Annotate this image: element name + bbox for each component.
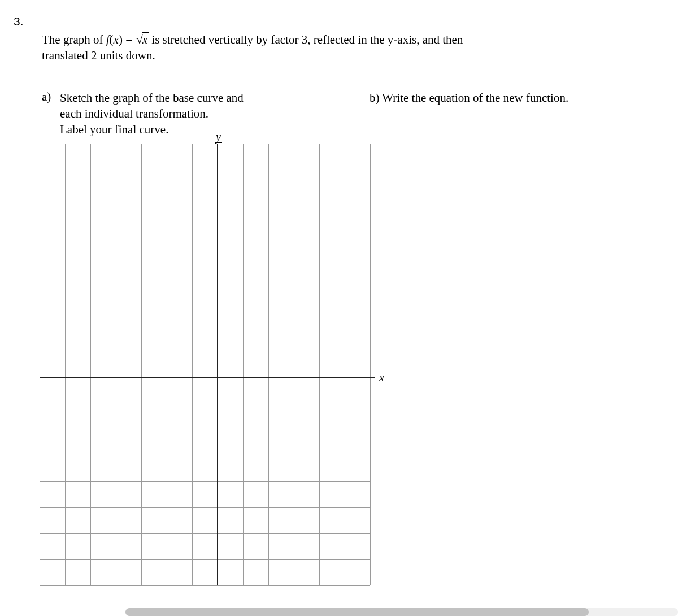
- grid-vline: [167, 144, 167, 585]
- stem-pre: The graph of: [42, 33, 106, 46]
- chart-area: y x: [40, 144, 370, 585]
- grid-vline: [345, 144, 345, 585]
- grid-hline: [40, 248, 370, 248]
- coordinate-grid: y x: [40, 144, 370, 585]
- y-axis-label: y: [215, 131, 222, 143]
- grid-hline: [40, 481, 370, 482]
- grid-hline: [40, 170, 370, 170]
- grid-hline: [40, 300, 370, 300]
- grid-hline: [40, 352, 370, 352]
- x-axis-label: x: [379, 372, 384, 383]
- grid-hline: [40, 404, 370, 404]
- grid-hline: [40, 222, 370, 222]
- stem-pc: ): [119, 33, 123, 46]
- radicand: x: [142, 32, 149, 46]
- stem-eq: =: [125, 33, 135, 46]
- grid-vline: [370, 144, 371, 585]
- grid-vline: [116, 144, 116, 585]
- y-axis: [217, 144, 218, 585]
- question-number: 3.: [14, 15, 24, 28]
- grid-hline: [40, 533, 370, 534]
- grid-hline: [40, 456, 370, 456]
- grid-hline: [40, 144, 370, 144]
- part-a: a) Sketch the graph of the base curve an…: [42, 90, 358, 138]
- grid-hline: [40, 326, 370, 326]
- part-a-line3: Label your final curve.: [60, 123, 168, 136]
- grid-hline: [40, 585, 370, 586]
- stem-post1: is stretched vertically by factor 3, ref…: [151, 33, 463, 46]
- part-a-line2: each individual transformation.: [60, 107, 208, 120]
- grid-hline: [40, 507, 370, 508]
- part-b-text: b) Write the equation of the new functio…: [370, 91, 568, 105]
- stem-var: x: [114, 33, 119, 46]
- horizontal-scrollbar[interactable]: [125, 608, 678, 616]
- stem-po: (: [110, 33, 114, 46]
- grid-vline: [243, 144, 244, 585]
- grid-hline: [40, 274, 370, 274]
- part-a-letter: a): [42, 90, 60, 138]
- parts-row: a) Sketch the graph of the base curve an…: [42, 90, 658, 138]
- x-axis-tick: [370, 377, 375, 378]
- stem-post2: translated 2 units down.: [42, 49, 155, 62]
- grid-vline: [192, 144, 193, 585]
- grid-vline: [268, 144, 269, 585]
- x-axis: [40, 377, 370, 378]
- part-b: b) Write the equation of the new functio…: [370, 90, 658, 106]
- grid-vline: [90, 144, 91, 585]
- grid-vline: [141, 144, 142, 585]
- grid-hline: [40, 196, 370, 196]
- grid-vline: [40, 144, 40, 585]
- part-a-line1: Sketch the graph of the base curve and: [60, 91, 244, 105]
- grid-hline: [40, 559, 370, 560]
- scrollbar-thumb[interactable]: [125, 608, 589, 616]
- grid-vline: [65, 144, 66, 585]
- grid-vline: [319, 144, 320, 585]
- grid-vline: [294, 144, 294, 585]
- sqrt-icon: √x: [135, 32, 149, 47]
- question-stem: The graph of f(x) = √x is stretched vert…: [42, 32, 658, 64]
- grid-hline: [40, 430, 370, 430]
- question-content: The graph of f(x) = √x is stretched vert…: [42, 32, 658, 138]
